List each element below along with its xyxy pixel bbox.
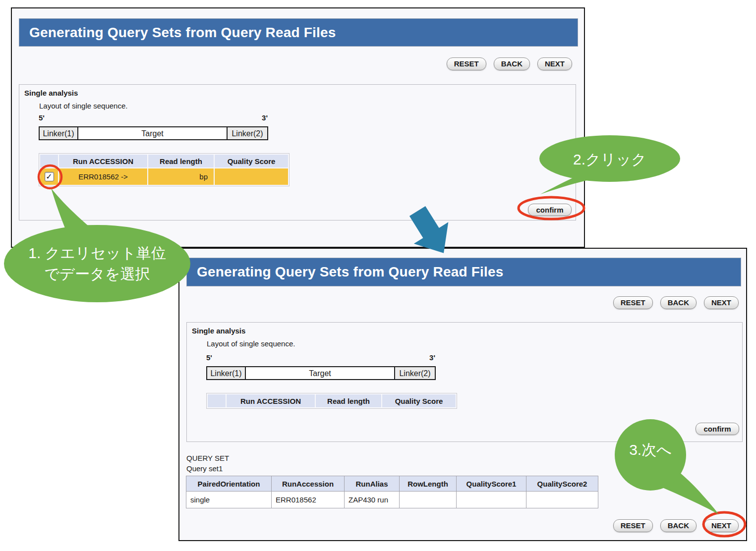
column-header-read-length: Read length — [316, 394, 381, 407]
three-prime-label: 3' — [429, 353, 435, 362]
query-set-block: QUERY SET Query set1 — [186, 453, 229, 474]
back-button[interactable]: BACK — [494, 57, 530, 70]
five-prime-label: 5' — [39, 113, 45, 122]
quality-score1-cell — [457, 492, 526, 508]
column-header-quality-score: Quality Score — [382, 394, 456, 407]
linker1-cell: Linker(1) — [206, 366, 245, 380]
column-header-quality-score1: QualityScore1 — [457, 476, 526, 491]
sequence-layout-diagram: Linker(1) Target Linker(2) — [206, 366, 436, 380]
column-header-select — [40, 155, 58, 167]
page-title: Generating Query Sets from Query Read Fi… — [186, 258, 741, 286]
run-select-checkbox[interactable]: ✓ — [45, 172, 54, 181]
check-icon: ✓ — [46, 173, 52, 181]
back-button[interactable]: BACK — [660, 519, 697, 532]
strand-labels: 5' 3' — [39, 113, 268, 122]
paired-orientation-cell: single — [186, 492, 271, 508]
five-prime-label: 5' — [206, 353, 212, 362]
column-header-run-accession: Run ACCESSION — [59, 155, 147, 167]
page-title: Generating Query Sets from Query Read Fi… — [19, 18, 578, 47]
table-row: single ERR018562 ZAP430 run — [186, 492, 598, 508]
run-table: Run ACCESSION Read length Quality Score … — [39, 153, 290, 186]
column-header-quality-score2: QualityScore2 — [526, 476, 598, 491]
run-accession-cell[interactable]: ERR018562 -> — [59, 168, 147, 185]
column-header-quality-score: Quality Score — [215, 155, 288, 167]
table-row: ✓ ERR018562 -> bp — [40, 168, 288, 185]
strand-labels: 5' 3' — [206, 353, 435, 362]
confirm-button[interactable]: confirm — [528, 204, 572, 216]
window-step1: Generating Query Sets from Query Read Fi… — [11, 7, 585, 248]
column-header-paired-orientation: PairedOrientation — [186, 476, 271, 491]
confirm-button[interactable]: confirm — [696, 423, 739, 435]
toolbar: RESET BACK NEXT — [613, 296, 739, 309]
column-header-run-alias: RunAlias — [345, 476, 399, 491]
column-header-run-accession: Run ACCESSION — [227, 394, 315, 407]
single-analysis-panel: Single analysis Layout of single sequenc… — [19, 84, 576, 220]
run-table-header-row: Run ACCESSION Read length Quality Score — [208, 394, 456, 407]
section-title: Single analysis — [24, 89, 78, 97]
run-alias-cell: ZAP430 run — [345, 492, 399, 508]
query-set-name: Query set1 — [186, 463, 229, 474]
run-accession-cell: ERR018562 — [272, 492, 344, 508]
target-cell: Target — [77, 126, 228, 140]
reset-button[interactable]: RESET — [447, 57, 486, 70]
reset-button[interactable]: RESET — [613, 296, 653, 309]
query-set-table: PairedOrientation RunAccession RunAlias … — [186, 476, 598, 508]
window-step2: Generating Query Sets from Query Read Fi… — [178, 248, 747, 541]
section-subtitle: Layout of single sequence. — [207, 339, 295, 348]
next-button[interactable]: NEXT — [704, 519, 739, 532]
next-button[interactable]: NEXT — [537, 57, 572, 70]
linker1-cell: Linker(1) — [39, 126, 77, 140]
next-button[interactable]: NEXT — [704, 296, 739, 309]
query-set-header-row: PairedOrientation RunAccession RunAlias … — [186, 476, 598, 491]
select-cell: ✓ — [40, 168, 58, 185]
column-header-read-length: Read length — [148, 155, 214, 167]
linker2-cell: Linker(2) — [228, 126, 268, 140]
linker2-cell: Linker(2) — [395, 366, 436, 380]
toolbar: RESET BACK NEXT — [447, 57, 572, 70]
reset-button[interactable]: RESET — [613, 519, 653, 532]
quality-score2-cell — [526, 492, 598, 508]
three-prime-label: 3' — [262, 113, 268, 122]
column-header-run-accession: RunAccession — [272, 476, 344, 491]
section-subtitle: Layout of single sequence. — [39, 102, 127, 110]
sequence-layout-diagram: Linker(1) Target Linker(2) — [39, 126, 268, 140]
section-title: Single analysis — [192, 327, 245, 335]
single-analysis-panel: Single analysis Layout of single sequenc… — [186, 322, 743, 442]
column-header-select — [208, 394, 226, 407]
column-header-row-length: RowLength — [400, 476, 456, 491]
read-length-cell: bp — [148, 168, 214, 185]
query-set-label: QUERY SET — [186, 453, 229, 463]
toolbar-bottom: RESET BACK NEXT — [613, 519, 739, 532]
back-button[interactable]: BACK — [660, 296, 697, 309]
run-table-header-row: Run ACCESSION Read length Quality Score — [40, 155, 288, 167]
quality-score-cell — [215, 168, 288, 185]
speech-bubble-1-text-line2: でデータを選択 — [45, 266, 150, 282]
row-length-cell — [400, 492, 456, 508]
target-cell: Target — [245, 366, 395, 380]
run-table: Run ACCESSION Read length Quality Score — [206, 393, 457, 409]
